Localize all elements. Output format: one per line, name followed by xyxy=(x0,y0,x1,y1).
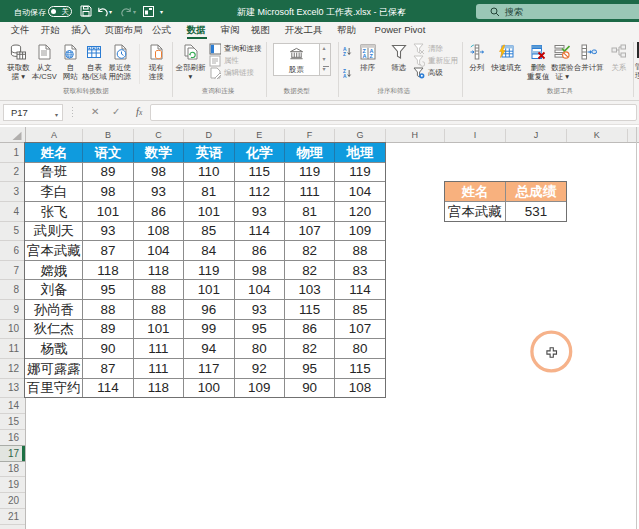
svg-text:A: A xyxy=(343,47,347,52)
svg-text:88: 88 xyxy=(151,282,166,297)
svg-text:82: 82 xyxy=(302,243,317,258)
svg-text:95: 95 xyxy=(101,282,116,297)
svg-text:D: D xyxy=(206,130,213,140)
svg-text:104: 104 xyxy=(248,282,271,297)
svg-text:10: 10 xyxy=(8,323,20,334)
svg-text:86: 86 xyxy=(302,321,317,336)
svg-text:98: 98 xyxy=(151,164,166,179)
svg-text:2: 2 xyxy=(13,166,19,177)
svg-text:115: 115 xyxy=(249,164,270,179)
svg-text:88: 88 xyxy=(353,243,368,258)
svg-text:数学: 数学 xyxy=(144,145,172,160)
svg-text:98: 98 xyxy=(252,263,267,278)
svg-text:107: 107 xyxy=(349,321,371,336)
svg-text:114: 114 xyxy=(249,223,271,238)
svg-text:C: C xyxy=(155,130,162,140)
svg-text:H: H xyxy=(412,130,419,140)
svg-text:14: 14 xyxy=(8,400,20,411)
svg-text:21: 21 xyxy=(8,511,20,522)
svg-text:K: K xyxy=(594,130,600,140)
svg-text:16: 16 xyxy=(8,432,20,443)
svg-text:112: 112 xyxy=(249,184,270,199)
svg-text:531: 531 xyxy=(525,204,547,219)
svg-text:物理: 物理 xyxy=(295,145,323,160)
svg-text:英语: 英语 xyxy=(195,145,222,160)
svg-text:13: 13 xyxy=(8,382,20,393)
svg-text:娜可露露: 娜可露露 xyxy=(27,361,81,376)
svg-text:A: A xyxy=(362,53,366,59)
svg-text:115: 115 xyxy=(299,302,320,317)
svg-text:93: 93 xyxy=(101,223,116,238)
svg-text:化学: 化学 xyxy=(245,145,273,160)
svg-text:85: 85 xyxy=(201,223,216,238)
svg-text:80: 80 xyxy=(353,341,368,356)
svg-text:104: 104 xyxy=(349,184,372,199)
svg-text:107: 107 xyxy=(298,223,320,238)
svg-text:武则天: 武则天 xyxy=(33,223,74,238)
svg-text:E: E xyxy=(256,130,262,140)
svg-text:93: 93 xyxy=(151,184,166,199)
svg-text:17: 17 xyxy=(8,448,20,459)
svg-text:张飞: 张飞 xyxy=(41,204,68,219)
svg-text:8: 8 xyxy=(13,284,19,295)
svg-text:7: 7 xyxy=(13,265,19,276)
svg-text:李白: 李白 xyxy=(41,184,68,199)
svg-text:94: 94 xyxy=(201,341,216,356)
svg-text:1: 1 xyxy=(13,147,19,158)
svg-text:宫本武藏: 宫本武藏 xyxy=(27,243,81,258)
svg-text:90: 90 xyxy=(101,341,116,356)
svg-text:98: 98 xyxy=(101,184,116,199)
svg-text:5: 5 xyxy=(13,225,19,236)
svg-text:20: 20 xyxy=(8,495,20,506)
svg-text:18: 18 xyxy=(8,463,20,474)
svg-text:87: 87 xyxy=(101,361,116,376)
svg-text:B: B xyxy=(105,130,111,140)
svg-text:101: 101 xyxy=(198,204,220,219)
svg-text:109: 109 xyxy=(349,223,371,238)
svg-text:118: 118 xyxy=(148,263,169,278)
svg-text:92: 92 xyxy=(252,361,267,376)
svg-text:F: F xyxy=(307,130,313,140)
svg-text:88: 88 xyxy=(101,302,116,317)
svg-text:95: 95 xyxy=(252,321,267,336)
svg-text:119: 119 xyxy=(349,164,370,179)
svg-text:A: A xyxy=(51,130,57,140)
svg-text:总成绩: 总成绩 xyxy=(515,184,557,199)
svg-text:114: 114 xyxy=(349,282,371,297)
svg-text:119: 119 xyxy=(198,263,219,278)
svg-text:A: A xyxy=(343,73,347,78)
svg-text:115: 115 xyxy=(349,361,370,376)
svg-text:82: 82 xyxy=(302,341,317,356)
svg-text:109: 109 xyxy=(248,380,270,395)
svg-text:101: 101 xyxy=(97,204,119,219)
svg-text:狄仁杰: 狄仁杰 xyxy=(34,321,74,336)
svg-text:鲁班: 鲁班 xyxy=(41,164,68,179)
svg-text:刘备: 刘备 xyxy=(41,282,68,297)
svg-text:80: 80 xyxy=(252,341,267,356)
svg-text:101: 101 xyxy=(198,282,220,297)
svg-text:姓名: 姓名 xyxy=(40,145,68,160)
svg-text:G: G xyxy=(356,130,363,140)
svg-text:6: 6 xyxy=(13,245,19,256)
svg-text:101: 101 xyxy=(147,321,169,336)
svg-text:118: 118 xyxy=(97,263,118,278)
svg-text:119: 119 xyxy=(299,164,320,179)
svg-text:96: 96 xyxy=(201,302,216,317)
svg-text:118: 118 xyxy=(148,380,169,395)
svg-text:99: 99 xyxy=(201,321,216,336)
svg-text:108: 108 xyxy=(349,380,371,395)
svg-text:111: 111 xyxy=(299,184,319,199)
svg-text:111: 111 xyxy=(148,341,168,356)
svg-text:104: 104 xyxy=(147,243,170,258)
svg-text:12: 12 xyxy=(8,363,20,374)
svg-text:103: 103 xyxy=(298,282,320,297)
svg-text:84: 84 xyxy=(201,243,216,258)
svg-text:姓名: 姓名 xyxy=(461,184,489,199)
svg-text:地理: 地理 xyxy=(346,145,374,160)
svg-text:I: I xyxy=(474,130,477,140)
svg-text:4: 4 xyxy=(13,206,19,217)
svg-text:100: 100 xyxy=(198,380,220,395)
svg-text:百里守约: 百里守约 xyxy=(27,380,81,395)
svg-text:117: 117 xyxy=(198,361,219,376)
svg-text:93: 93 xyxy=(252,302,267,317)
